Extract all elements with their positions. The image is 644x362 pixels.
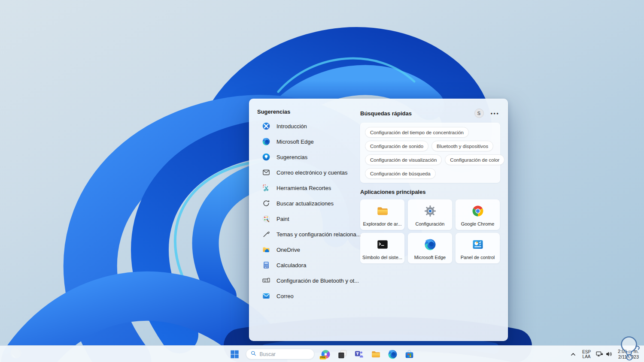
teams-icon (354, 349, 365, 359)
suggestion-item-actualizaciones[interactable]: Buscar actualizaciones (257, 196, 358, 211)
taskbar-search[interactable] (246, 349, 315, 359)
chip-sonido[interactable]: Configuración de sonido (365, 141, 428, 151)
edge-icon (388, 349, 398, 359)
suggestions-list: Introducción Microsoft Edge Sugerencias … (257, 118, 358, 304)
chip-bluetooth-dispositivos[interactable]: Bluetooth y dispositivos (431, 141, 493, 151)
bulb-watermark (617, 334, 642, 362)
refresh-icon (262, 199, 270, 208)
task-view-icon (337, 349, 348, 359)
search-home-panel: Sugerencias Introducción Microsoft Edge … (249, 99, 508, 341)
windows-start-icon (230, 349, 240, 359)
chip-tiempo-concentracion[interactable]: Configuración del tiempo de concentració… (365, 127, 469, 138)
tile-configuracion[interactable]: Configuración (408, 199, 452, 230)
taskbar-center-group: PRE (229, 346, 415, 362)
language-indicator[interactable]: ESP LAA (582, 350, 591, 359)
desktop: Sugerencias Introducción Microsoft Edge … (0, 0, 644, 362)
devices-icon (262, 276, 270, 285)
pen-icon (262, 230, 270, 238)
command-prompt-icon (376, 238, 389, 251)
mail-app-icon (262, 292, 270, 300)
search-input[interactable] (260, 351, 307, 357)
quick-searches-title: Búsquedas rápidas (360, 110, 474, 117)
suggestion-item-correo[interactable]: Correo (257, 288, 358, 304)
account-avatar[interactable]: S (474, 109, 484, 118)
suggestion-item-correo-cuentas[interactable]: Correo electrónico y cuentas (257, 165, 358, 180)
suggestion-item-onedrive[interactable]: OneDrive (257, 242, 358, 257)
paint-icon (262, 214, 270, 223)
search-icon (251, 350, 257, 358)
calculator-icon (262, 261, 270, 269)
suggestion-item-recortes[interactable]: Herramienta Recortes (257, 180, 358, 196)
suggestion-item-temas[interactable]: Temas y configuración relaciona... (257, 226, 358, 242)
taskbar: PRE ESP LAA (0, 345, 644, 362)
suggestion-item-calculadora[interactable]: Calculadora (257, 257, 358, 273)
quick-searches-header: Búsquedas rápidas S ●●● (360, 109, 500, 118)
chrome-icon (471, 205, 484, 217)
quick-settings[interactable] (595, 350, 613, 358)
more-options-button[interactable]: ●●● (490, 110, 501, 117)
file-explorer-icon (376, 205, 389, 217)
suggestion-item-sugerencias[interactable]: Sugerencias (257, 149, 358, 165)
edge-icon (424, 238, 437, 251)
snipping-tool-icon (262, 184, 270, 192)
quick-searches-section: Búsquedas rápidas S ●●● Configuración de… (360, 109, 500, 263)
suggestion-item-bluetooth[interactable]: Configuración de Bluetooth y ot... (257, 273, 358, 288)
get-started-icon (262, 122, 270, 130)
store-button[interactable] (404, 349, 415, 360)
mail-outline-icon (262, 168, 270, 177)
tile-explorador[interactable]: Explorador de ar... (360, 199, 404, 230)
suggestion-item-introduccion[interactable]: Introducción (257, 118, 358, 134)
chip-visualizacion[interactable]: Configuración de visualización (365, 154, 442, 165)
tile-edge[interactable]: Microsoft Edge (408, 233, 452, 263)
suggestion-item-edge[interactable]: Microsoft Edge (257, 134, 358, 149)
tile-chrome[interactable]: Google Chrome (456, 199, 500, 230)
file-explorer-button[interactable] (371, 349, 382, 360)
quick-searches-card: Configuración del tiempo de concentració… (360, 123, 500, 183)
edge-button[interactable] (387, 349, 398, 360)
suggestion-item-paint[interactable]: Paint (257, 211, 358, 226)
chip-color[interactable]: Configuración de color (445, 154, 504, 165)
task-view-button[interactable] (337, 349, 348, 360)
onedrive-icon (262, 245, 270, 254)
file-explorer-icon (371, 349, 381, 359)
preview-badge: PRE (320, 356, 326, 359)
top-apps-title: Aplicaciones principales (360, 189, 500, 195)
microsoft-store-icon (404, 349, 415, 359)
top-apps-grid: Explorador de ar... Configuración Google… (360, 199, 500, 263)
volume-icon (605, 350, 613, 358)
control-panel-icon (471, 238, 484, 251)
teams-button[interactable] (354, 349, 365, 360)
settings-gear-icon (424, 205, 437, 217)
network-icon (595, 350, 604, 358)
chip-busqueda[interactable]: Configuración de búsqueda (365, 168, 436, 179)
tile-panel-control[interactable]: Panel de control (456, 233, 500, 263)
edge-icon (262, 137, 270, 146)
hidden-icons-button[interactable] (569, 350, 577, 359)
suggestions-section: Sugerencias Introducción Microsoft Edge … (257, 109, 358, 304)
tips-icon (262, 153, 270, 161)
tile-simbolo-sistema[interactable]: Símbolo del siste... (360, 233, 404, 263)
start-button[interactable] (229, 349, 240, 360)
suggestions-title: Sugerencias (257, 109, 358, 115)
copilot-preview-button[interactable]: PRE (320, 349, 331, 360)
